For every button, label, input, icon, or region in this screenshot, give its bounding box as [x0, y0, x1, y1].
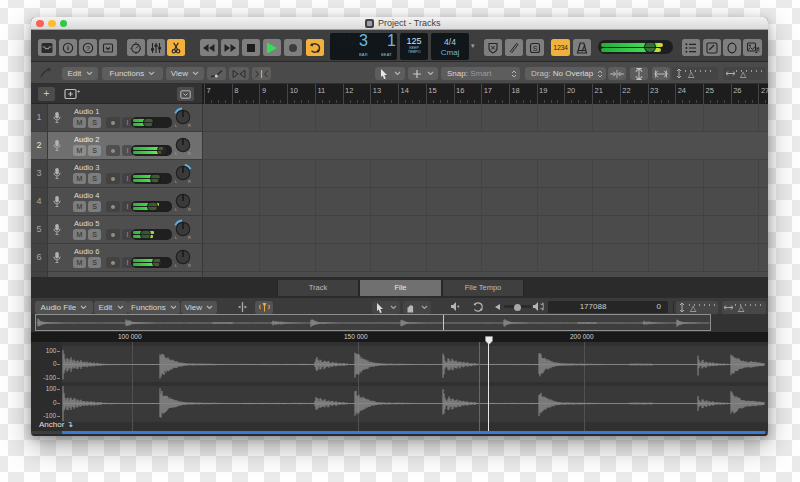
svg-text:R: R [188, 123, 191, 128]
svg-text:R: R [188, 207, 191, 212]
svg-text:L: L [175, 263, 178, 268]
svg-text:R: R [188, 235, 191, 240]
svg-text:?: ? [86, 44, 90, 51]
svg-text:L: L [175, 179, 178, 184]
svg-text:L: L [175, 235, 178, 240]
svg-text:R: R [188, 263, 191, 268]
svg-text:L: L [175, 207, 178, 212]
svg-text:R: R [188, 151, 191, 156]
svg-text:S: S [533, 44, 538, 51]
svg-text:R: R [188, 179, 191, 184]
svg-text:L: L [175, 123, 178, 128]
svg-text:L: L [175, 151, 178, 156]
